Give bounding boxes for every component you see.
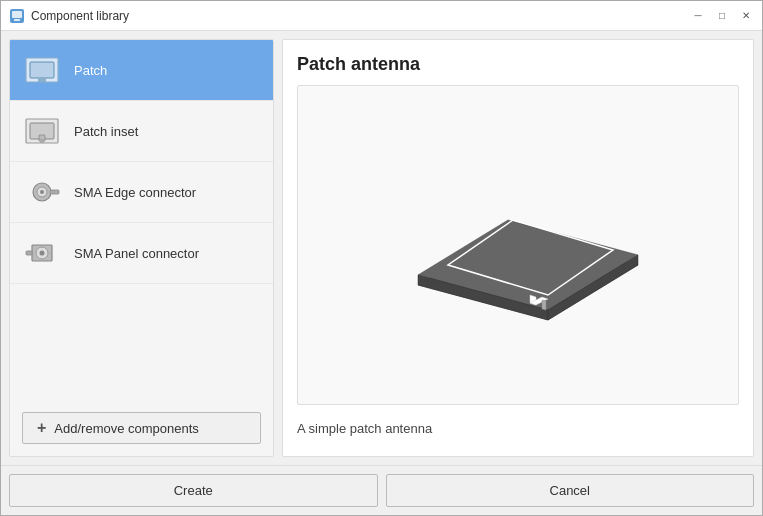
minimize-button[interactable]: ─ — [690, 8, 706, 24]
svg-rect-9 — [40, 139, 44, 143]
window-title: Component library — [31, 9, 690, 23]
create-button[interactable]: Create — [9, 474, 378, 507]
add-remove-components-button[interactable]: + Add/remove components — [22, 412, 261, 444]
plus-icon: + — [37, 419, 46, 437]
patch-antenna-illustration — [388, 165, 648, 325]
window-controls: ─ □ ✕ — [690, 8, 754, 24]
sma-panel-icon — [22, 233, 62, 273]
svg-point-12 — [40, 190, 44, 194]
svg-rect-1 — [12, 11, 22, 18]
svg-rect-17 — [26, 251, 32, 255]
svg-marker-25 — [542, 300, 546, 310]
maximize-button[interactable]: □ — [714, 8, 730, 24]
patch-inset-icon — [22, 111, 62, 151]
sidebar-item-sma-panel-label: SMA Panel connector — [74, 246, 199, 261]
footer: Create Cancel — [1, 465, 762, 515]
window: Component library ─ □ ✕ Patch — [0, 0, 763, 516]
main-content: Patch Patch inset — [1, 31, 762, 465]
detail-image-area — [297, 85, 739, 405]
titlebar: Component library ─ □ ✕ — [1, 1, 762, 31]
patch-icon — [22, 50, 62, 90]
app-icon — [9, 8, 25, 24]
sidebar-item-patch-inset-label: Patch inset — [74, 124, 138, 139]
sma-edge-icon — [22, 172, 62, 212]
close-button[interactable]: ✕ — [738, 8, 754, 24]
sidebar-item-sma-edge-label: SMA Edge connector — [74, 185, 196, 200]
sidebar-item-patch-inset[interactable]: Patch inset — [10, 101, 273, 162]
sidebar-item-sma-edge[interactable]: SMA Edge connector — [10, 162, 273, 223]
sidebar-item-patch[interactable]: Patch — [10, 40, 273, 101]
cancel-button[interactable]: Cancel — [386, 474, 755, 507]
svg-marker-19 — [418, 220, 638, 310]
svg-rect-13 — [50, 190, 59, 194]
svg-rect-2 — [14, 19, 20, 21]
sidebar-item-sma-panel[interactable]: SMA Panel connector — [10, 223, 273, 284]
detail-title: Patch antenna — [297, 54, 739, 75]
svg-rect-4 — [30, 62, 54, 78]
sidebar: Patch Patch inset — [9, 39, 274, 457]
sidebar-item-patch-label: Patch — [74, 63, 107, 78]
detail-description: A simple patch antenna — [297, 415, 739, 442]
detail-panel: Patch antenna — [282, 39, 754, 457]
add-component-label: Add/remove components — [54, 421, 199, 436]
svg-rect-5 — [38, 78, 46, 82]
svg-point-16 — [40, 251, 45, 256]
